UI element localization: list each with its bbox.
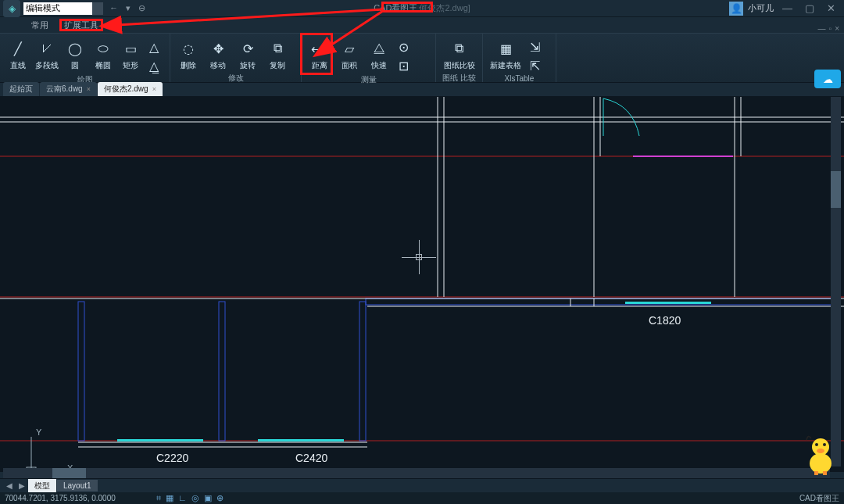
vertical-scrollbar[interactable]: [831, 97, 841, 466]
tabs-next-icon[interactable]: ▶: [16, 481, 28, 490]
mode-dropdown-icon[interactable]: [92, 2, 103, 15]
tab-extended-tools[interactable]: 扩展工具: [56, 18, 106, 33]
table-icon: ▦: [495, 38, 516, 59]
grid-icon[interactable]: ▦: [166, 493, 173, 503]
ribbon-bar: ╱直线 ⩗多段线 ◯圆 ⬭椭圆 ▭矩形 △ △̲ 绘图 ◌删除 ✥移动 ⟳旋转 …: [0, 33, 844, 83]
status-toggle-icons: ⌗ ▦ ∟ ◎ ▣ ⊕: [156, 493, 224, 503]
svg-rect-37: [814, 471, 818, 475]
mascot-duck-icon: [803, 435, 838, 476]
tab-layout1[interactable]: Layout1: [57, 480, 98, 491]
svg-rect-13: [78, 302, 84, 441]
app-logo-icon: ◈: [3, 0, 20, 17]
area-icon: ▱: [339, 38, 359, 59]
copy-button[interactable]: ⧉复制: [263, 37, 292, 73]
dim-c2220: C2220: [156, 452, 188, 464]
measure-opt2-icon[interactable]: ⊡: [399, 59, 411, 71]
tab-model[interactable]: 模型: [28, 479, 56, 493]
close-icon[interactable]: ×: [152, 85, 156, 93]
minimize-button[interactable]: —: [778, 2, 796, 14]
horizontal-scrollbar[interactable]: [3, 468, 830, 478]
svg-point-32: [810, 453, 831, 474]
maximize-button[interactable]: ▢: [801, 2, 818, 14]
text-icon[interactable]: △̲: [149, 59, 162, 71]
svg-rect-16: [366, 298, 835, 305]
cloud-sync-icon[interactable]: ☁: [814, 70, 841, 88]
erase-icon: ◌: [178, 38, 198, 59]
compare-button[interactable]: ⧉图纸比较: [439, 37, 479, 73]
ribbon-close-icon[interactable]: ×: [835, 24, 839, 33]
new-table-button[interactable]: ▦新建表格: [486, 37, 525, 73]
drawing-canvas[interactable]: C1820 C2220 C2420 Y X: [0, 97, 844, 472]
rotate-button[interactable]: ⟳旋转: [233, 37, 263, 73]
move-button[interactable]: ✥移动: [203, 37, 233, 73]
copy-icon: ⧉: [267, 38, 288, 59]
close-button[interactable]: ✕: [823, 2, 839, 14]
mode-input[interactable]: [23, 2, 92, 15]
distance-icon: ⟷: [309, 38, 330, 59]
group-compare-title: 图纸 比较: [436, 73, 482, 85]
quick-button[interactable]: ⧋快速: [364, 37, 394, 73]
file-tab-yunnan[interactable]: 云南6.dwg×: [40, 82, 97, 96]
nav-fwd-icon[interactable]: ▾: [126, 3, 131, 13]
rotate-icon: ⟳: [238, 38, 258, 59]
compare-icon: ⧉: [449, 38, 470, 59]
group-modify-title: 修改: [170, 73, 301, 85]
svg-rect-23: [258, 439, 344, 441]
osnap-icon[interactable]: ▣: [204, 493, 212, 503]
track-icon[interactable]: ⊕: [216, 493, 224, 503]
svg-rect-24: [625, 302, 711, 304]
ortho-icon[interactable]: ∟: [178, 493, 187, 503]
doc-title-suffix: 何俊杰2.dwg]: [419, 2, 470, 14]
nav-sep: ⊖: [138, 3, 145, 13]
dim-c1820: C1820: [649, 314, 681, 327]
tab-common[interactable]: 常用: [23, 18, 56, 33]
nav-history: ← ▾ ⊖: [109, 3, 145, 13]
group-xlstable-title: XlsTable: [483, 74, 556, 84]
status-bar: 70044.7201, 3175.9136, 0.0000 ⌗ ▦ ∟ ◎ ▣ …: [0, 492, 844, 504]
tabs-prev-icon[interactable]: ◀: [3, 481, 16, 490]
title-bar: ◈ ← ▾ ⊖ CAD看图王 何俊杰2.dwg] 👤 小可儿 — ▢ ✕: [0, 0, 844, 17]
dim-icon[interactable]: △: [149, 40, 162, 52]
svg-point-36: [823, 443, 826, 446]
erase-button[interactable]: ◌删除: [173, 37, 203, 73]
area-button[interactable]: ▱面积: [334, 37, 364, 73]
username-label: 小可儿: [748, 2, 774, 14]
close-icon[interactable]: ×: [87, 85, 91, 93]
rect-button[interactable]: ▭矩形: [117, 37, 145, 73]
polyline-icon: ⩗: [37, 38, 57, 59]
xls-opt1-icon[interactable]: ⇲: [530, 40, 542, 52]
move-icon: ✥: [208, 38, 228, 59]
status-brand: CAD看图王: [799, 493, 839, 504]
rect-icon: ▭: [120, 38, 141, 59]
file-tab-hejunjie[interactable]: 何俊杰2.dwg×: [98, 82, 163, 96]
ellipse-icon: ⬭: [93, 38, 113, 59]
line-button[interactable]: ╱直线: [3, 37, 32, 73]
circle-button[interactable]: ◯圆: [62, 37, 89, 73]
distance-button[interactable]: ⟷距离: [305, 37, 334, 73]
svg-point-34: [817, 449, 824, 453]
file-tab-start[interactable]: 起始页: [3, 82, 39, 96]
quick-icon: ⧋: [369, 38, 389, 59]
snap-icon[interactable]: ⌗: [156, 493, 161, 503]
polar-icon[interactable]: ◎: [191, 493, 199, 503]
line-icon: ╱: [8, 38, 28, 59]
group-measure-title: 测量: [302, 74, 435, 87]
svg-rect-15: [359, 302, 366, 441]
polyline-button[interactable]: ⩗多段线: [32, 37, 61, 73]
nav-back-icon[interactable]: ←: [109, 3, 118, 13]
xls-opt2-icon[interactable]: ⇱: [530, 59, 542, 71]
ellipse-button[interactable]: ⬭椭圆: [89, 37, 116, 73]
avatar-icon[interactable]: 👤: [729, 2, 743, 16]
dim-c2420: C2420: [295, 452, 327, 464]
app-title-badge: CAD看图王: [374, 2, 417, 14]
ribbon-minimize-icon[interactable]: —: [818, 24, 826, 33]
svg-rect-14: [219, 302, 225, 441]
coords-readout: 70044.7201, 3175.9136, 0.0000: [5, 494, 116, 502]
ribbon-restore-icon[interactable]: ▫: [829, 24, 832, 33]
svg-point-35: [815, 443, 818, 446]
circle-icon: ◯: [65, 38, 85, 59]
measure-opt1-icon[interactable]: ⊙: [399, 40, 411, 52]
ribbon-tab-strip: 常用 扩展工具 — ▫ ×: [0, 17, 844, 33]
layout-tab-strip: ◀ ▶ 模型 Layout1: [0, 478, 844, 492]
svg-rect-38: [823, 471, 827, 475]
